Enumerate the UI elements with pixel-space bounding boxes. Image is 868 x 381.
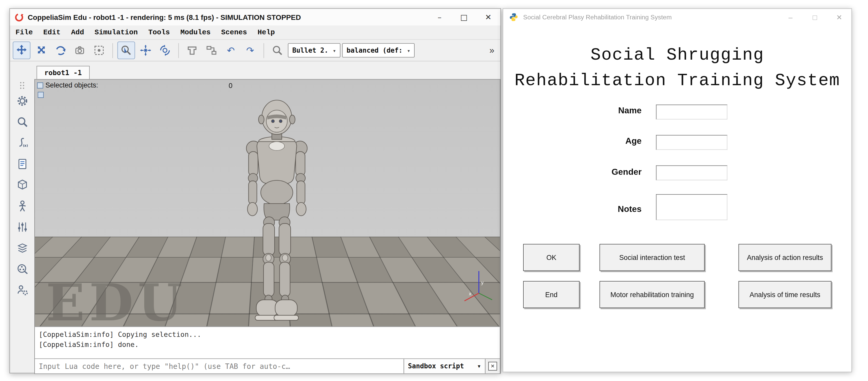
clear-console-button[interactable]: ✕	[485, 359, 500, 374]
assemble-button[interactable]	[183, 41, 201, 59]
close-box-icon: ✕	[488, 361, 497, 371]
menu-simulation[interactable]: Simulation	[95, 28, 138, 36]
search-icon	[16, 115, 28, 128]
redo-button[interactable]: ↷	[241, 41, 259, 59]
object-rotate-icon	[159, 44, 171, 56]
maximize-icon[interactable]: □	[452, 9, 476, 25]
humanoid-robot	[224, 95, 330, 327]
window-title: Social Cerebral Plasy Rehabilitation Tra…	[523, 14, 672, 21]
physics-engine-combobox[interactable]: Bullet 2. ▾	[288, 43, 340, 58]
scene-find-button[interactable]	[15, 115, 29, 129]
model-browser-button[interactable]	[15, 178, 29, 192]
minimize-icon[interactable]: –	[427, 9, 452, 25]
menu-edit[interactable]: Edit	[43, 28, 61, 36]
gender-label: Gender	[589, 167, 642, 177]
chevron-down-icon: ▾	[407, 47, 410, 54]
scene-hierarchy-button[interactable]	[15, 157, 29, 171]
coppeliasim-logo-icon	[14, 12, 24, 22]
menu-help[interactable]: Help	[257, 28, 275, 36]
script-icon	[16, 136, 28, 149]
console-line: [CoppeliaSim:info] done.	[39, 340, 496, 350]
script-selector-combobox[interactable]: Sandbox script ▾	[404, 359, 485, 374]
axis-x-label: x	[469, 291, 471, 296]
toolbar-grip[interactable]	[20, 81, 25, 89]
menu-add[interactable]: Add	[71, 28, 84, 36]
social-interaction-test-button[interactable]: Social interaction test	[599, 244, 705, 271]
console-line: [CoppeliaSim:info] Copying selection...	[39, 330, 496, 340]
undo-icon: ↶	[227, 45, 235, 56]
pan-view-button[interactable]	[13, 41, 30, 59]
camera-icon	[74, 44, 86, 56]
analysis-action-results-button[interactable]: Analysis of action results	[739, 244, 832, 271]
close-icon[interactable]: ✕	[476, 9, 500, 25]
menu-modules[interactable]: Modules	[180, 28, 211, 36]
rehab-titlebar[interactable]: Social Cerebral Plasy Rehabilitation Tra…	[503, 9, 851, 25]
object-translate-button[interactable]	[137, 41, 154, 59]
fit-view-button[interactable]	[71, 41, 89, 59]
coppeliasim-window: CoppeliaSim Edu - robot1 -1 - rendering:…	[9, 8, 501, 373]
notes-label: Notes	[589, 204, 642, 214]
document-icon	[16, 158, 28, 170]
analysis-time-results-button[interactable]: Analysis of time results	[739, 281, 832, 308]
object-move-icon	[140, 44, 152, 56]
gender-input[interactable]	[656, 166, 727, 180]
object-rotate-button[interactable]	[156, 41, 174, 59]
layers-button[interactable]	[15, 241, 29, 255]
end-button[interactable]: End	[523, 281, 580, 308]
translate-icon	[32, 42, 50, 59]
scene-search-button[interactable]	[269, 41, 286, 59]
script-button[interactable]	[15, 136, 29, 150]
rotate-icon	[54, 44, 66, 56]
selected-objects-count: 0	[228, 82, 232, 90]
user-settings-button[interactable]	[15, 283, 29, 297]
edu-watermark: EDU	[46, 279, 187, 326]
axis-y-label: y	[481, 280, 484, 285]
video-recorder-button[interactable]	[15, 262, 29, 276]
menu-file[interactable]: File	[16, 28, 33, 36]
film-reel-icon	[16, 263, 28, 275]
menu-scenes[interactable]: Scenes	[221, 28, 247, 36]
script-selector-value: Sandbox script	[408, 362, 464, 370]
app-heading-line1: Social Shrugging	[503, 45, 851, 65]
select-button[interactable]	[117, 41, 135, 59]
user-gear-icon	[16, 283, 28, 296]
ok-button[interactable]: OK	[523, 244, 580, 271]
cube-icon	[16, 178, 28, 191]
motor-rehabilitation-training-button[interactable]: Motor rehabilitation training	[599, 281, 705, 308]
avatar-button[interactable]	[15, 199, 29, 213]
object-icon	[38, 92, 44, 98]
notes-input[interactable]	[656, 194, 727, 220]
rehab-window: Social Cerebral Plasy Rehabilitation Tra…	[503, 8, 852, 372]
scene-tab[interactable]: robot1 -1	[36, 66, 89, 79]
simulation-settings-button[interactable]	[15, 94, 29, 108]
minimize-icon[interactable]: –	[778, 9, 803, 25]
3d-viewport[interactable]: EDU	[34, 79, 500, 327]
toolbar-separator	[113, 43, 113, 58]
engine-value: Bullet 2.	[292, 46, 328, 54]
sliders-icon	[16, 220, 28, 233]
selection-info: Selected objects:	[37, 81, 98, 89]
gear-icon	[16, 94, 28, 107]
layers-icon	[16, 241, 28, 254]
transfer-dynamics-button[interactable]	[203, 41, 220, 59]
maximize-icon[interactable]: □	[803, 9, 827, 25]
toolbar-overflow-button[interactable]: »	[486, 45, 498, 56]
joint-sliders-button[interactable]	[15, 220, 29, 234]
coppeliasim-titlebar[interactable]: CoppeliaSim Edu - robot1 -1 - rendering:…	[10, 9, 501, 25]
speed-combobox[interactable]: balanced (def: ▾	[342, 43, 414, 58]
age-label: Age	[589, 136, 642, 146]
close-icon[interactable]: ✕	[827, 9, 851, 25]
undo-button[interactable]: ↶	[222, 41, 240, 59]
window-title: CoppeliaSim Edu - robot1 -1 - rendering:…	[28, 13, 301, 21]
camera-capture-button[interactable]	[90, 41, 108, 59]
menu-tools[interactable]: Tools	[148, 28, 170, 36]
assemble-icon	[186, 44, 198, 56]
name-input[interactable]	[656, 105, 727, 119]
age-input[interactable]	[656, 135, 727, 150]
lua-code-input[interactable]	[35, 359, 404, 374]
rotate-view-button[interactable]	[52, 41, 69, 59]
left-sidebar	[10, 79, 34, 373]
capture-icon	[93, 44, 105, 56]
redo-icon: ↷	[246, 45, 254, 56]
translate-view-button[interactable]	[32, 41, 50, 59]
